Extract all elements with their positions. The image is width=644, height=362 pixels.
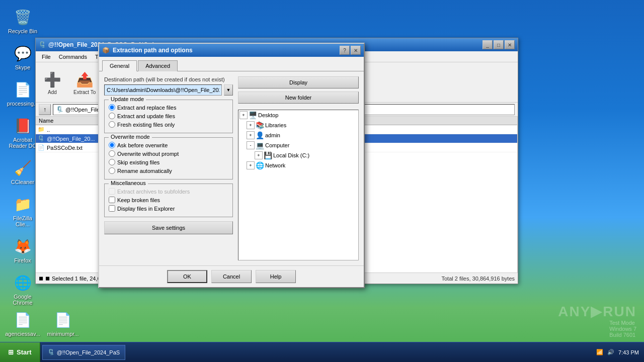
acrobat-label: Acrobat Reader DC	[7, 137, 38, 149]
keep-broken-checkbox[interactable]	[109, 197, 115, 203]
desktop: 🗑️ Recycle Bin 💬 Skype 📄 processing... 📕…	[0, 0, 644, 362]
extract-update-radio[interactable]	[109, 113, 115, 119]
menu-commands[interactable]: Commands	[55, 53, 91, 61]
skype-icon: 💬	[13, 43, 33, 63]
tree-item-desktop[interactable]: + 🖥️ Desktop	[238, 110, 358, 120]
rename-auto-radio[interactable]	[109, 167, 115, 174]
anyrun-mode: Test Mode Windows 7 Build 7601	[609, 320, 636, 338]
expand-network-icon[interactable]: +	[247, 161, 255, 169]
menu-file[interactable]: File	[38, 53, 55, 61]
tree-item-computer[interactable]: - 💻 Computer	[238, 140, 358, 150]
dialog-help-button[interactable]: ?	[340, 46, 350, 55]
check-extract-subfolders[interactable]: Extract archives to subfolders	[109, 188, 228, 195]
nav-back-button[interactable]: ↑	[39, 104, 51, 115]
toolbar-add[interactable]: ➕ Add	[38, 67, 67, 98]
doc2-label: minimumpr...	[47, 331, 79, 337]
radio-skip-existing[interactable]: Skip existing files	[109, 159, 228, 165]
skype-label: Skype	[15, 64, 31, 70]
ccleaner-label: CCleaner	[11, 179, 34, 185]
desktop-icon-doc2[interactable]: 📄 minimumpr...	[45, 308, 80, 339]
chrome-label: Google Chrome	[7, 294, 38, 306]
desktop-tree-label: Desktop	[258, 112, 278, 118]
ok-button[interactable]: OK	[167, 270, 207, 283]
doc1-label: agenciessav...	[5, 331, 40, 337]
expand-libraries-icon[interactable]: +	[247, 121, 255, 129]
expand-computer-icon[interactable]: -	[247, 141, 255, 149]
miscellaneous-legend: Miscellaneous	[109, 180, 148, 186]
computer-tree-label: Computer	[265, 142, 289, 148]
taskbar-winrar-item[interactable]: 🗜️ @!!Open_File_2024_PaS	[42, 345, 126, 360]
dialog-title: 📦 Extraction path and options	[102, 47, 193, 54]
radio-rename-auto[interactable]: Rename automatically	[109, 167, 228, 174]
extract-subfolders-label: Extract archives to subfolders	[117, 189, 190, 195]
skip-existing-radio[interactable]	[109, 159, 115, 165]
expand-desktop-icon[interactable]: +	[239, 111, 248, 119]
minimize-button[interactable]: _	[482, 40, 493, 49]
acrobat-icon: 📕	[13, 116, 33, 136]
new-folder-button[interactable]: New folder	[238, 92, 359, 104]
display-explorer-checkbox[interactable]	[109, 205, 115, 212]
save-settings-button[interactable]: Save settings	[104, 221, 233, 234]
desktop-folder-icon: 🖥️	[249, 111, 257, 119]
radio-overwrite-without[interactable]: Overwrite without prompt	[109, 150, 228, 157]
check-display-explorer[interactable]: Display files in Explorer	[109, 205, 228, 212]
ask-before-label: Ask before overwrite	[117, 142, 168, 148]
close-button[interactable]: ✕	[505, 40, 515, 49]
word-icon: 📄	[13, 79, 33, 100]
ask-before-radio[interactable]	[109, 142, 115, 148]
tree-item-admin[interactable]: + 👤 admin	[238, 130, 358, 140]
word-label: processing...	[7, 101, 38, 107]
fresh-existing-radio[interactable]	[109, 121, 115, 128]
overwrite-without-radio[interactable]	[109, 150, 115, 157]
update-mode-legend: Update mode	[109, 96, 146, 102]
tray-network-icon: 📶	[596, 349, 603, 355]
tree-item-libraries[interactable]: + 📚 Libraries	[238, 120, 358, 130]
extract-replace-radio[interactable]	[109, 104, 115, 111]
txt-icon: 📄	[38, 144, 45, 151]
admin-tree-label: admin	[265, 132, 280, 138]
zip-icon: 🗜️	[38, 135, 45, 142]
destination-input[interactable]	[104, 84, 222, 96]
dialog-controls: ? ✕	[340, 46, 361, 55]
folder-tree[interactable]: + 🖥️ Desktop + 📚 Libraries + 👤 admin	[238, 110, 359, 260]
tree-item-local-disk[interactable]: + 💾 Local Disk (C:)	[238, 150, 358, 160]
radio-ask-before[interactable]: Ask before overwrite	[109, 142, 228, 148]
address-icon: 🗜️	[56, 106, 63, 113]
extract-to-icon: 📤	[74, 69, 95, 89]
cancel-button[interactable]: Cancel	[211, 270, 252, 283]
dialog-content: Destination path (will be created if doe…	[99, 71, 364, 265]
start-icon: ⊞	[8, 348, 14, 356]
start-button[interactable]: ⊞ Start	[0, 342, 40, 363]
desktop-icon-doc1[interactable]: 📄 agenciessav...	[5, 308, 40, 339]
overwrite-without-label: Overwrite without prompt	[117, 151, 179, 157]
rename-auto-label: Rename automatically	[117, 168, 172, 174]
destination-dropdown-button[interactable]: ▼	[224, 84, 233, 96]
display-button[interactable]: Display	[238, 76, 359, 88]
radio-extract-update[interactable]: Extract and update files	[109, 113, 228, 119]
computer-folder-icon: 💻	[256, 141, 264, 149]
tree-item-network[interactable]: + 🌐 Network	[238, 160, 358, 170]
radio-fresh-existing[interactable]: Fresh existing files only	[109, 121, 228, 128]
tab-advanced[interactable]: Advanced	[138, 60, 178, 71]
expand-admin-icon[interactable]: +	[247, 131, 255, 139]
tab-general[interactable]: General	[102, 60, 137, 71]
extract-subfolders-checkbox[interactable]	[109, 188, 115, 195]
system-tray: 📶 🔊 7:43 PM	[591, 349, 644, 355]
dialog-footer: OK Cancel Help	[99, 265, 364, 287]
recycle-bin-icon: 🗑️	[13, 7, 33, 27]
doc1-icon: 📄	[13, 310, 33, 330]
network-folder-icon: 🌐	[256, 161, 264, 169]
desktop-icon-recycle-bin[interactable]: 🗑️ Recycle Bin	[5, 5, 40, 36]
dialog-close-button[interactable]: ✕	[351, 46, 361, 55]
tab-bar: General Advanced	[99, 57, 364, 71]
toolbar-extract-to[interactable]: 📤 Extract To	[69, 67, 100, 98]
admin-folder-icon: 👤	[256, 131, 264, 139]
overwrite-mode-group: Overwrite mode Ask before overwrite Over…	[104, 137, 233, 179]
help-button[interactable]: Help	[256, 270, 296, 283]
maximize-button[interactable]: □	[494, 40, 504, 49]
radio-extract-replace[interactable]: Extract and replace files	[109, 104, 228, 111]
extract-update-label: Extract and update files	[117, 113, 175, 119]
check-keep-broken[interactable]: Keep broken files	[109, 197, 228, 203]
expand-local-disk-icon[interactable]: +	[255, 151, 263, 159]
add-label: Add	[48, 89, 57, 95]
